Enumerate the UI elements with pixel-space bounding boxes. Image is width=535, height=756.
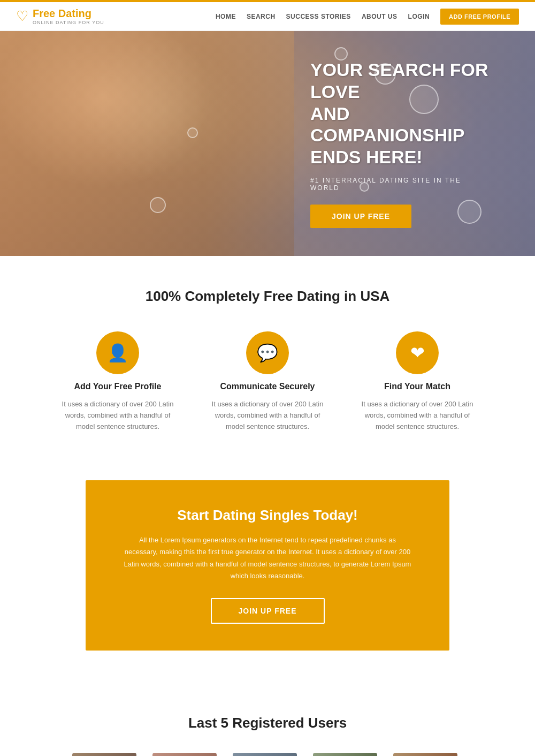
features-grid: 👤 Add Your Free Profile It uses a dictio… — [21, 331, 514, 432]
features-section: 100% Completely Free Dating in USA 👤 Add… — [0, 256, 535, 464]
user-avatar-4: 👤 — [313, 753, 377, 756]
user-avatar-3: 👤 — [233, 753, 297, 756]
hero-subtitle: #1 INTERRACIAL DATING SITE IN THE WORLD — [310, 177, 492, 192]
user-card-3: 👤 CarolLopez, 20 Florida — [233, 753, 302, 756]
feature-name-match: Find Your Match — [384, 382, 450, 391]
heart-icon: ❤ — [410, 343, 425, 363]
user-card-2: 👤 PatriciaLove, 21 California — [152, 753, 222, 756]
feature-desc-profile: It uses a dictionary of over 200 Latin w… — [59, 399, 177, 432]
nav-home[interactable]: HOME — [216, 13, 236, 20]
user-card-4: 👤 GeorgeSingle, 23 Texas — [313, 753, 383, 756]
hero-join-button[interactable]: JOIN UP FREE — [310, 205, 411, 228]
hero-people-bg — [0, 31, 294, 256]
hero-section: Your Search for LOVE and COMPANIONSHIP E… — [0, 31, 535, 256]
feature-item-communicate: 💬 Communicate Securely It uses a diction… — [209, 331, 326, 432]
nav-about-us[interactable]: ABOUT US — [362, 13, 398, 20]
main-nav: HOME SEARCH SUCCESS STORIES ABOUT US LOG… — [216, 9, 519, 25]
add-profile-button[interactable]: ADD FREE PROFILE — [440, 9, 519, 25]
chat-icon: 💬 — [257, 343, 278, 363]
users-grid: 👤 Lewis259, 26 New York 👤 PatriciaLove, … — [32, 753, 503, 756]
hero-title-line2: and COMPANIONSHIP — [310, 103, 464, 146]
feature-name-communicate: Communicate Securely — [220, 382, 315, 391]
bubble-6 — [187, 127, 198, 138]
nav-success-stories[interactable]: SUCCESS STORIES — [286, 13, 351, 20]
hero-title-line3: Ends Here! — [310, 147, 423, 167]
logo-name: Free Dating — [33, 7, 91, 19]
user-card-5: 👤 MariaS, 24 Alaska — [393, 753, 463, 756]
avatar-face-2: 👤 — [152, 753, 217, 756]
avatar-face-1: 👤 — [72, 753, 136, 756]
users-title: Last 5 Registered Users — [32, 715, 503, 731]
feature-item-match: ❤ Find Your Match It uses a dictionary o… — [358, 331, 476, 432]
nav-login[interactable]: LOGIN — [408, 13, 430, 20]
cta-join-button[interactable]: JOIN UP FREE — [211, 598, 325, 624]
heart-logo-icon: ♡ — [16, 8, 28, 25]
profile-icon: 👤 — [107, 343, 128, 363]
user-avatar-2: 👤 — [152, 753, 217, 756]
header: ♡ Free Dating ONLINE DATING FOR YOU HOME… — [0, 0, 535, 31]
hero-title: Your Search for LOVE and COMPANIONSHIP E… — [310, 59, 492, 168]
feature-desc-communicate: It uses a dictionary of over 200 Latin w… — [209, 399, 326, 432]
user-avatar-5: 👤 — [393, 753, 457, 756]
user-avatar-1: 👤 — [72, 753, 136, 756]
cta-section: Start Dating Singles Today! All the Lore… — [86, 480, 449, 650]
feature-desc-match: It uses a dictionary of over 200 Latin w… — [358, 399, 476, 432]
avatar-face-3: 👤 — [233, 753, 297, 756]
cta-container: Start Dating Singles Today! All the Lore… — [0, 464, 535, 687]
cta-outer: Start Dating Singles Today! All the Lore… — [0, 480, 535, 671]
feature-item-profile: 👤 Add Your Free Profile It uses a dictio… — [59, 331, 177, 432]
avatar-face-4: 👤 — [313, 753, 377, 756]
features-title: 100% Completely Free Dating in USA — [21, 288, 514, 305]
cta-title: Start Dating Singles Today! — [118, 507, 417, 524]
hero-content: Your Search for LOVE and COMPANIONSHIP E… — [310, 59, 492, 228]
logo-tagline: ONLINE DATING FOR YOU — [33, 20, 104, 25]
hero-title-line1: Your Search for LOVE — [310, 59, 488, 102]
cta-description: All the Lorem Ipsum generators on the In… — [123, 534, 412, 581]
bubble-5 — [150, 197, 166, 213]
couple-image — [0, 31, 294, 256]
users-section: Last 5 Registered Users 👤 Lewis259, 26 N… — [0, 688, 535, 756]
logo-area: ♡ Free Dating ONLINE DATING FOR YOU — [16, 7, 104, 25]
nav-search[interactable]: SEARCH — [247, 13, 276, 20]
chat-icon-circle: 💬 — [246, 331, 289, 374]
profile-icon-circle: 👤 — [96, 331, 139, 374]
avatar-face-5: 👤 — [393, 753, 457, 756]
user-card-1: 👤 Lewis259, 26 New York — [72, 753, 142, 756]
heart-icon-circle: ❤ — [396, 331, 439, 374]
feature-name-profile: Add Your Free Profile — [74, 382, 162, 391]
